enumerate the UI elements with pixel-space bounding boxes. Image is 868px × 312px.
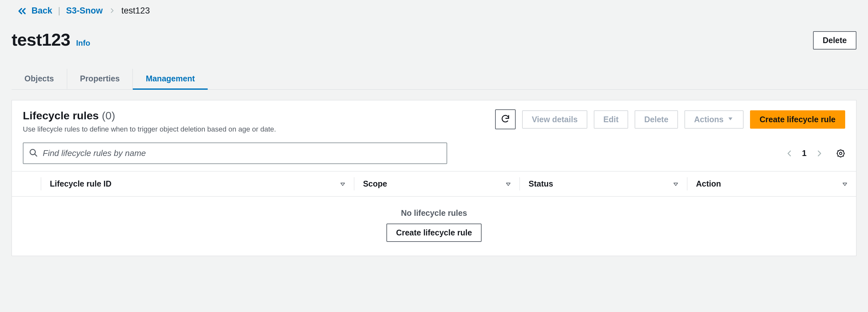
empty-state: No lifecycle rules Create lifecycle rule bbox=[12, 197, 856, 255]
sort-icon[interactable] bbox=[841, 180, 848, 188]
search-wrap bbox=[23, 142, 447, 164]
caret-down-icon bbox=[727, 115, 734, 124]
tab-properties[interactable]: Properties bbox=[67, 69, 133, 90]
column-scope[interactable]: Scope bbox=[354, 171, 520, 197]
page-header: test123 Info Delete bbox=[0, 19, 868, 53]
panel-title: Lifecycle rules (0) bbox=[23, 109, 276, 122]
tabs: Objects Properties Management bbox=[0, 53, 868, 90]
page-prev-button[interactable] bbox=[785, 149, 794, 158]
tab-objects[interactable]: Objects bbox=[11, 69, 67, 90]
column-rule-id[interactable]: Lifecycle rule ID bbox=[41, 171, 354, 197]
edit-button[interactable]: Edit bbox=[594, 110, 628, 129]
settings-gear-button[interactable] bbox=[836, 149, 845, 158]
column-rule-id-label: Lifecycle rule ID bbox=[50, 179, 112, 188]
actions-dropdown-button[interactable]: Actions bbox=[684, 110, 744, 129]
panel-actions: View details Edit Delete Actions Create … bbox=[495, 109, 845, 129]
refresh-icon bbox=[501, 114, 510, 125]
breadcrumb-separator: | bbox=[57, 6, 62, 16]
breadcrumb-root-link[interactable]: S3-Snow bbox=[66, 6, 103, 16]
column-status[interactable]: Status bbox=[520, 171, 687, 197]
delete-bucket-button[interactable]: Delete bbox=[813, 31, 857, 50]
search-icon bbox=[29, 148, 38, 159]
actions-label: Actions bbox=[694, 115, 724, 124]
panel-description: Use lifecycle rules to define when to tr… bbox=[23, 125, 276, 134]
breadcrumb-back-link[interactable]: Back bbox=[31, 6, 53, 16]
column-action-label: Action bbox=[696, 179, 721, 188]
pagination: 1 bbox=[785, 148, 845, 158]
column-scope-label: Scope bbox=[363, 179, 387, 188]
tab-management[interactable]: Management bbox=[133, 69, 208, 90]
column-status-label: Status bbox=[528, 179, 553, 188]
info-link[interactable]: Info bbox=[76, 38, 90, 48]
sort-icon[interactable] bbox=[339, 180, 346, 188]
column-select bbox=[12, 171, 41, 197]
page-title: test123 bbox=[11, 30, 70, 50]
empty-state-title: No lifecycle rules bbox=[12, 208, 856, 218]
page-number: 1 bbox=[802, 148, 807, 158]
panel-title-text: Lifecycle rules bbox=[23, 109, 99, 121]
panel-count: (0) bbox=[102, 109, 116, 121]
back-collapse-icon[interactable] bbox=[16, 5, 27, 16]
empty-create-lifecycle-rule-button[interactable]: Create lifecycle rule bbox=[386, 224, 482, 242]
view-details-button[interactable]: View details bbox=[522, 110, 587, 129]
sort-icon[interactable] bbox=[505, 180, 512, 188]
refresh-button[interactable] bbox=[495, 109, 516, 129]
column-action[interactable]: Action bbox=[687, 171, 856, 197]
breadcrumb: Back | S3-Snow test123 bbox=[0, 0, 868, 19]
page-next-button[interactable] bbox=[815, 149, 824, 158]
breadcrumb-current: test123 bbox=[122, 6, 150, 16]
lifecycle-panel: Lifecycle rules (0) Use lifecycle rules … bbox=[11, 100, 857, 256]
lifecycle-table: Lifecycle rule ID Scope Status Action bbox=[12, 171, 856, 256]
chevron-right-icon bbox=[107, 7, 117, 14]
search-input[interactable] bbox=[23, 142, 447, 164]
sort-icon[interactable] bbox=[672, 180, 679, 188]
delete-rule-button[interactable]: Delete bbox=[634, 110, 678, 129]
create-lifecycle-rule-button[interactable]: Create lifecycle rule bbox=[750, 110, 845, 129]
